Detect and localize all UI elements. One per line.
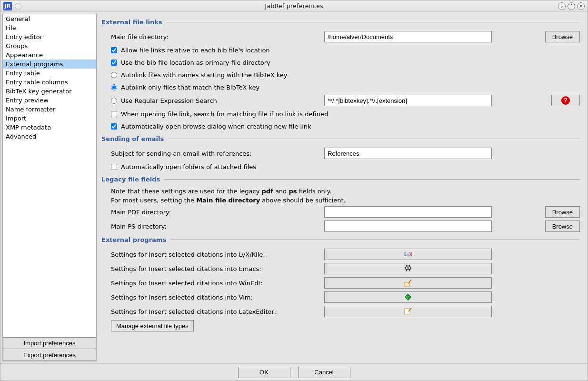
preferences-window: JR JabRef preferences ⌄ ⌃ × GeneralFileE… bbox=[0, 0, 588, 381]
sidebar: GeneralFileEntry editorGroupsAppearanceE… bbox=[2, 14, 97, 361]
sidebar-item-name-formatter[interactable]: Name formatter bbox=[3, 105, 96, 114]
lyx-settings-button[interactable]: LyX bbox=[324, 249, 492, 260]
sidebar-item-entry-preview[interactable]: Entry preview bbox=[3, 96, 96, 105]
legacy-note-2: For most users, setting the Main file di… bbox=[101, 196, 580, 205]
chk-relative[interactable] bbox=[111, 47, 117, 53]
sidebar-item-import[interactable]: Import bbox=[3, 114, 96, 123]
row-latex: Settings for Insert selected citations i… bbox=[101, 304, 580, 319]
sidebar-item-entry-table[interactable]: Entry table bbox=[3, 69, 96, 78]
vim-label: Settings for Insert selected citations i… bbox=[111, 294, 320, 301]
latex-editor-icon bbox=[404, 308, 412, 315]
section-external-programs: External programs bbox=[101, 236, 580, 243]
svg-text:X: X bbox=[409, 251, 412, 257]
ok-button[interactable]: OK bbox=[238, 367, 290, 378]
ps-dir-browse-button[interactable]: Browse bbox=[545, 221, 580, 232]
sidebar-item-entry-editor[interactable]: Entry editor bbox=[3, 32, 96, 41]
chk-auto-browse[interactable] bbox=[111, 123, 117, 130]
radio-autolink-start[interactable] bbox=[111, 72, 117, 78]
email-subject-input[interactable] bbox=[324, 148, 492, 159]
chk-auto-browse-label: Automatically open browse dialog when cr… bbox=[121, 123, 311, 130]
chk-search-match-row: When opening file link, search for match… bbox=[101, 108, 580, 120]
row-email-subject: Subject for sending an email with refere… bbox=[101, 146, 580, 160]
pdf-dir-input[interactable] bbox=[324, 206, 492, 218]
radio-start-label: Autolink files with names starting with … bbox=[121, 71, 288, 79]
chk-relative-label: Allow file links relative to each bib fi… bbox=[121, 47, 270, 54]
chk-primary-row: Use the bib file location as primary fil… bbox=[101, 56, 580, 69]
chk-open-folders-row: Automatically open folders of attached f… bbox=[101, 160, 580, 173]
sidebar-bottom: Import preferences Export preferences bbox=[3, 337, 96, 361]
sidebar-item-xmp-metadata[interactable]: XMP metadata bbox=[3, 123, 96, 132]
emacs-settings-button[interactable] bbox=[324, 263, 492, 274]
sidebar-item-bibtex-key-generator[interactable]: BibTeX key generator bbox=[3, 87, 96, 96]
help-icon: ? bbox=[561, 96, 570, 105]
row-manage-types: Manage external file types bbox=[101, 319, 580, 333]
ps-dir-label: Main PS directory: bbox=[111, 223, 320, 230]
row-main-file-dir: Main file directory: Browse bbox=[101, 30, 580, 44]
sidebar-item-external-programs[interactable]: External programs bbox=[3, 60, 96, 69]
emacs-icon bbox=[404, 265, 412, 272]
svg-point-4 bbox=[408, 267, 411, 270]
sidebar-item-advanced[interactable]: Advanced bbox=[3, 132, 96, 141]
sidebar-item-general[interactable]: General bbox=[3, 14, 96, 23]
section-sending-emails: Sending of emails bbox=[101, 135, 580, 142]
sidebar-item-file[interactable]: File bbox=[3, 23, 96, 32]
ps-dir-input[interactable] bbox=[324, 221, 492, 232]
manage-external-file-types-button[interactable]: Manage external file types bbox=[111, 320, 194, 331]
row-emacs: Settings for Insert selected citations i… bbox=[101, 261, 580, 276]
svg-rect-8 bbox=[405, 309, 410, 315]
email-subject-label: Subject for sending an email with refere… bbox=[111, 150, 320, 157]
chk-search-match[interactable] bbox=[111, 111, 117, 117]
sidebar-item-entry-table-columns[interactable]: Entry table columns bbox=[3, 78, 96, 87]
radio-autolink-match[interactable] bbox=[111, 84, 117, 90]
vim-icon: V bbox=[404, 293, 412, 301]
chk-open-folders-label: Automatically open folders of attached f… bbox=[121, 163, 256, 170]
sidebar-item-appearance[interactable]: Appearance bbox=[3, 50, 96, 60]
section-rule bbox=[168, 139, 580, 139]
sidebar-item-groups[interactable]: Groups bbox=[3, 41, 96, 50]
vim-settings-button[interactable]: V bbox=[324, 291, 492, 303]
sidebar-list: GeneralFileEntry editorGroupsAppearanceE… bbox=[3, 14, 96, 337]
section-external-file-links: External file links bbox=[101, 19, 580, 26]
latex-settings-button[interactable] bbox=[324, 306, 492, 317]
import-preferences-button[interactable]: Import preferences bbox=[3, 337, 96, 349]
regex-help-button[interactable]: ? bbox=[551, 95, 580, 106]
section-title: Legacy file fields bbox=[101, 176, 160, 183]
radio-match-row: Autolink only files that match the BibTe… bbox=[101, 81, 580, 93]
lyx-icon: LyX bbox=[404, 251, 412, 258]
radio-match-label: Autolink only files that match the BibTe… bbox=[121, 84, 259, 91]
row-pdf-dir: Main PDF directory: Browse bbox=[101, 205, 580, 219]
winedt-label: Settings for Insert selected citations i… bbox=[111, 280, 320, 287]
pdf-dir-browse-button[interactable]: Browse bbox=[545, 206, 580, 218]
chk-primary-label: Use the bib file location as primary fil… bbox=[121, 59, 270, 66]
emacs-label: Settings for Insert selected citations i… bbox=[111, 265, 320, 272]
legacy-note-1: Note that these settings are used for th… bbox=[101, 187, 580, 196]
chk-primary[interactable] bbox=[111, 60, 117, 66]
svg-point-3 bbox=[405, 267, 408, 270]
regex-input[interactable] bbox=[324, 95, 492, 106]
section-title: Sending of emails bbox=[101, 135, 164, 142]
pdf-dir-label: Main PDF directory: bbox=[111, 209, 320, 216]
main-file-dir-browse-button[interactable]: Browse bbox=[545, 31, 580, 42]
chk-open-folders[interactable] bbox=[111, 164, 117, 170]
chk-search-match-label: When opening file link, search for match… bbox=[121, 110, 328, 118]
section-rule bbox=[170, 240, 580, 240]
section-rule bbox=[164, 179, 580, 180]
latex-label: Settings for Insert selected citations i… bbox=[111, 308, 320, 315]
titlebar: JR JabRef preferences ⌄ ⌃ × bbox=[0, 0, 588, 12]
main-panel: External file links Main file directory:… bbox=[97, 12, 588, 363]
content-area: GeneralFileEntry editorGroupsAppearanceE… bbox=[0, 12, 588, 363]
winedt-settings-button[interactable] bbox=[324, 277, 492, 289]
cancel-button[interactable]: Cancel bbox=[298, 367, 350, 378]
svg-text:V: V bbox=[406, 295, 409, 300]
main-file-dir-input[interactable] bbox=[324, 31, 492, 42]
radio-start-row: Autolink files with names starting with … bbox=[101, 69, 580, 81]
winedt-icon bbox=[404, 279, 412, 287]
radio-autolink-regex[interactable] bbox=[111, 98, 117, 104]
export-preferences-button[interactable]: Export preferences bbox=[3, 349, 96, 361]
lyx-label: Settings for Insert selected citations i… bbox=[111, 251, 320, 258]
chk-relative-row: Allow file links relative to each bib fi… bbox=[101, 44, 580, 56]
main-file-dir-label: Main file directory: bbox=[111, 33, 320, 40]
section-legacy: Legacy file fields bbox=[101, 176, 580, 183]
window-title: JabRef preferences bbox=[0, 2, 588, 10]
section-title: External file links bbox=[101, 19, 162, 26]
